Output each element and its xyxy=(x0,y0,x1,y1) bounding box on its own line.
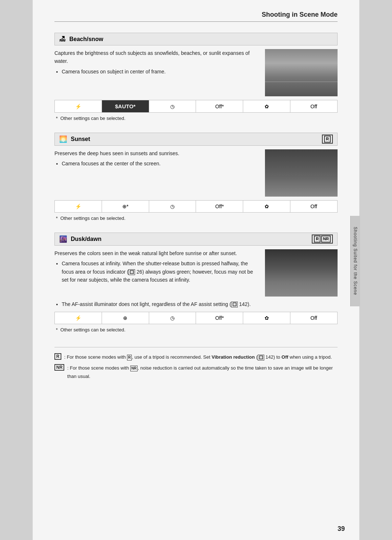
dusk-flash-cell: ⚡ xyxy=(55,312,102,324)
sunset-note: * Other settings can be selected. xyxy=(54,215,338,221)
sunset-title: Sunset xyxy=(71,136,90,142)
footnote-nr-icon: NR xyxy=(54,364,64,371)
beach-title: Beach/snow xyxy=(69,36,103,43)
section-header-beach: 🏖 Beach/snow xyxy=(54,33,338,45)
tripod-badge: R xyxy=(324,136,331,142)
beach-desc: Captures the brightness of such subjects… xyxy=(54,49,259,65)
flash-icon: ⚡ xyxy=(75,104,81,109)
sunset-mode-value: ⊕* xyxy=(122,203,128,209)
beach-off-value: Off* xyxy=(215,104,224,109)
flash-icon-3: ⚡ xyxy=(75,315,81,321)
dusk-vr-cell: Off xyxy=(290,312,337,324)
dusk-nr-badge: NR xyxy=(321,235,331,242)
page-number: 39 xyxy=(338,525,345,533)
dusk-timer-cell: ◷ xyxy=(149,312,196,324)
dusk-desc: Preserves the colors seen in the weak na… xyxy=(54,249,259,257)
sunset-content: Preserves the deep hues seen in sunsets … xyxy=(54,149,338,197)
dusk-vr-value: Off xyxy=(310,315,317,321)
footnote-tripod-text: : For those scene modes with R, use of a… xyxy=(64,353,332,361)
sunset-badge: R xyxy=(322,134,333,144)
side-tab: Shooting Suited for the Scene xyxy=(350,216,360,306)
sunset-bullet-1: Camera focuses at the center of the scre… xyxy=(62,160,259,168)
sunset-af-cell: ✿ xyxy=(243,201,290,212)
sunset-icon: 🌅 xyxy=(59,135,67,143)
af-icon-3: ✿ xyxy=(265,315,269,321)
timer-icon-3: ◷ xyxy=(170,315,175,321)
dusk-settings-row: ⚡ ⊕ ◷ Off* ✿ Off xyxy=(54,312,338,324)
section-sunset: 🌅 Sunset R Preserves the deep hues seen … xyxy=(54,133,338,221)
dusk-extra-bullet: The AF-assist illuminator does not light… xyxy=(62,300,338,308)
footnotes: R : For those scene modes with R, use of… xyxy=(54,347,338,380)
sunset-vr-cell: Off xyxy=(290,201,337,212)
sunset-vr-value: Off xyxy=(310,203,317,209)
sunset-settings-row: ⚡ ⊕* ◷ Off* ✿ Off xyxy=(54,200,338,213)
sunset-mode-cell: ⊕* xyxy=(102,201,149,212)
beach-flash-cell: ⚡ xyxy=(55,100,102,112)
dusk-tripod-badge: R xyxy=(314,235,320,242)
beach-mode-value: $AUTO* xyxy=(115,103,135,109)
timer-icon: ◷ xyxy=(170,104,175,109)
beach-vr-value: Off xyxy=(310,104,317,109)
footnote-nr: NR : For those scene modes with NR, nois… xyxy=(54,364,338,380)
dusk-mode-cell: ⊕ xyxy=(102,312,149,324)
dusk-text: Preserves the colors seen in the weak na… xyxy=(54,249,259,297)
dusk-title: Dusk/dawn xyxy=(71,236,101,242)
sunset-flash-cell: ⚡ xyxy=(55,201,102,212)
beach-thumbnail xyxy=(265,49,338,96)
section-dusk: 🌆 Dusk/dawn R NR Preserves the colors se… xyxy=(54,233,338,333)
beach-bullet-1: Camera focuses on subject in center of f… xyxy=(62,68,259,76)
dusk-off-value: Off* xyxy=(215,315,224,321)
dusk-bullet-1: Camera focuses at infinity. When the shu… xyxy=(62,259,259,284)
dusk-af-cell: ✿ xyxy=(243,312,290,324)
sunset-desc: Preserves the deep hues seen in sunsets … xyxy=(54,149,259,157)
sunset-timer-cell: ◷ xyxy=(149,201,196,212)
section-header-sunset: 🌅 Sunset R xyxy=(54,133,338,146)
dusk-extra-text: The AF-assist illuminator does not light… xyxy=(54,300,338,308)
beach-settings-row: ⚡ $AUTO* ◷ Off* ✿ Off xyxy=(54,100,338,113)
af-icon-2: ✿ xyxy=(265,203,269,209)
header-title: Shooting in Scene Mode xyxy=(262,11,338,18)
page-header: Shooting in Scene Mode xyxy=(54,11,338,22)
beach-timer-cell: ◷ xyxy=(149,100,196,112)
dusk-thumbnail xyxy=(265,249,338,297)
section-beach-snow: 🏖 Beach/snow Captures the brightness of … xyxy=(54,33,338,121)
footnote-tripod-icon: R xyxy=(54,353,61,360)
side-tab-label: Shooting Suited for the Scene xyxy=(353,227,358,295)
dusk-mode-value: ⊕ xyxy=(123,315,127,321)
beach-mode-cell: $AUTO* xyxy=(102,100,149,112)
dusk-content: Preserves the colors seen in the weak na… xyxy=(54,249,338,297)
footnote-nr-text: : For those scene modes with NR, noise r… xyxy=(67,364,338,380)
flash-icon-2: ⚡ xyxy=(75,203,81,209)
beach-note: * Other settings can be selected. xyxy=(54,116,338,121)
sunset-off-value: Off* xyxy=(215,203,224,209)
beach-af-cell: ✿ xyxy=(243,100,290,112)
af-icon: ✿ xyxy=(265,104,269,109)
sunset-off-cell: Off* xyxy=(196,201,243,212)
dusk-icon: 🌆 xyxy=(59,235,67,243)
beach-icon: 🏖 xyxy=(59,35,66,43)
page-container: Shooting in Scene Mode 🏖 Beach/snow Capt… xyxy=(33,0,359,540)
dusk-badges: R NR xyxy=(312,234,333,243)
beach-content: Captures the brightness of such subjects… xyxy=(54,49,338,96)
timer-icon-2: ◷ xyxy=(170,203,175,209)
beach-text: Captures the brightness of such subjects… xyxy=(54,49,259,96)
sunset-text: Preserves the deep hues seen in sunsets … xyxy=(54,149,259,197)
sunset-thumbnail xyxy=(265,149,338,197)
dusk-note: * Other settings can be selected. xyxy=(54,327,338,333)
dusk-off-cell: Off* xyxy=(196,312,243,324)
beach-off-cell: Off* xyxy=(196,100,243,112)
beach-vr-cell: Off xyxy=(290,100,337,112)
section-header-dusk: 🌆 Dusk/dawn R NR xyxy=(54,233,338,246)
footnote-tripod: R : For those scene modes with R, use of… xyxy=(54,353,338,361)
